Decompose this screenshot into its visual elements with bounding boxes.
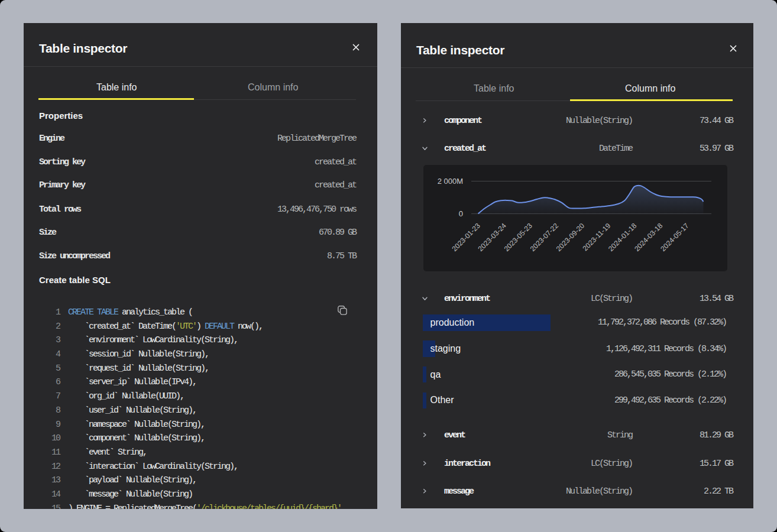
- svg-text:2023-09-20: 2023-09-20: [555, 221, 587, 253]
- svg-text:0: 0: [459, 209, 463, 218]
- svg-text:2 000M: 2 000M: [438, 177, 463, 186]
- svg-text:2024-05-17: 2024-05-17: [659, 221, 691, 253]
